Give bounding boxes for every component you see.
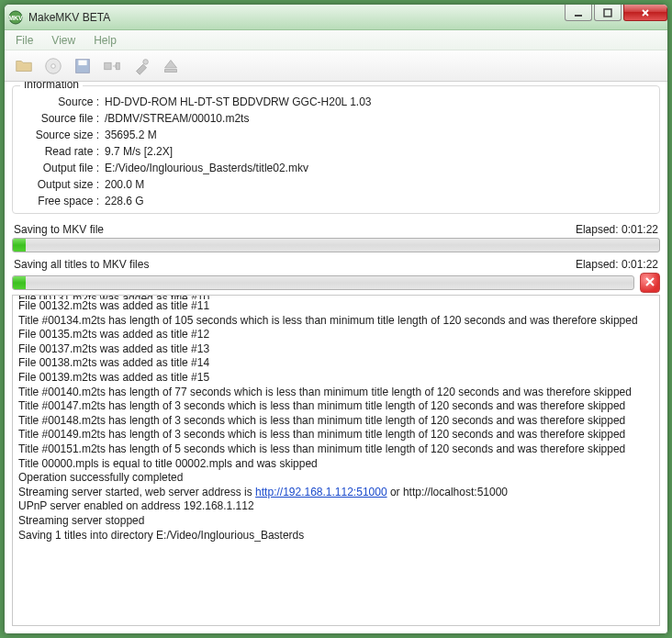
cancel-button[interactable] [640, 273, 660, 293]
source-file-label: Source file : [22, 112, 105, 125]
output-size-value: 200.0 M [105, 178, 650, 191]
log-text: Streaming server started, web server add… [18, 486, 255, 498]
log-line: File 00135.m2ts was added as title #12 [18, 328, 654, 342]
log-line: UPnP server enabled on address 192.168.1… [18, 499, 654, 514]
free-space-value: 228.6 G [105, 195, 650, 207]
cancel-icon [644, 274, 655, 291]
log-line: Operation successfully completed [18, 471, 654, 486]
save-button[interactable] [71, 54, 95, 78]
svg-rect-9 [117, 62, 120, 69]
log-line: Title #00151.m2ts has length of 5 second… [18, 442, 654, 457]
log-text: or http://localhost:51000 [387, 486, 508, 498]
eject-button[interactable] [159, 54, 183, 78]
svg-point-5 [51, 63, 56, 68]
svg-rect-3 [604, 9, 611, 17]
svg-rect-8 [105, 62, 111, 69]
menu-file[interactable]: File [6, 32, 42, 49]
log-line: Title #00134.m2ts has length of 105 seco… [18, 314, 654, 329]
server-link[interactable]: http://192.168.1.112:51000 [255, 486, 386, 498]
log-line: Title #00149.m2ts has length of 3 second… [18, 428, 654, 442]
information-group: Information Source : HD-DVD-ROM HL-DT-ST… [12, 85, 660, 214]
titlebar[interactable]: MKV MakeMKV BETA [5, 5, 667, 30]
source-label: Source : [22, 95, 105, 108]
content-area: Information Source : HD-DVD-ROM HL-DT-ST… [5, 82, 667, 633]
progress2-label: Saving all titles to MKV files [14, 258, 149, 271]
source-value: HD-DVD-ROM HL-DT-ST BDDVDRW GGC-H20L 1.0… [105, 95, 650, 108]
open-disc-button[interactable] [41, 54, 65, 78]
open-folder-button[interactable] [12, 54, 36, 78]
read-rate-value: 9.7 M/s [2.2X] [105, 145, 650, 158]
menubar: File View Help [5, 30, 667, 50]
progress1-fill [13, 239, 26, 252]
menu-help[interactable]: Help [84, 32, 126, 49]
progress2-bar [12, 275, 634, 290]
free-space-label: Free space : [22, 195, 105, 207]
output-file-label: Output file : [22, 162, 105, 174]
progress1-label: Saving to MKV file [14, 223, 104, 236]
log-line: File 00137.m2ts was added as title #13 [18, 342, 654, 357]
log-line: File 00132.m2ts was added as title #11 [18, 299, 654, 314]
log-line: Title 00000.mpls is equal to title 00002… [18, 457, 654, 472]
log-line: Title #00147.m2ts has length of 3 second… [18, 399, 654, 414]
progress-all-titles: Saving all titles to MKV files Elapsed: … [12, 256, 660, 293]
progress2-elapsed: Elapsed: 0:01:22 [576, 258, 658, 271]
log-line: File 00139.m2ts was added as title #15 [18, 371, 654, 386]
source-size-label: Source size : [22, 129, 105, 141]
log-line: Title #00148.m2ts has length of 3 second… [18, 414, 654, 429]
log-line: Title #00140.m2ts has length of 77 secon… [18, 386, 654, 400]
output-file-value: E:/Video/Inglourious_Basterds/title02.mk… [105, 162, 650, 174]
svg-text:MKV: MKV [8, 15, 23, 21]
progress2-fill [13, 276, 26, 289]
progress-current-title: Saving to MKV file Elapsed: 0:01:22 [12, 221, 660, 252]
menu-view[interactable]: View [42, 32, 84, 49]
log-output[interactable]: File 00131.m2ts was added as title #10 F… [12, 295, 660, 626]
log-line: File 00138.m2ts was added as title #14 [18, 356, 654, 371]
close-button[interactable] [623, 5, 667, 21]
output-size-label: Output size : [22, 178, 105, 191]
svg-rect-7 [78, 60, 86, 65]
progress1-bar [12, 238, 660, 252]
svg-rect-11 [165, 69, 177, 72]
app-window: MKV MakeMKV BETA File View Help [4, 4, 668, 634]
log-line: Streaming server stopped [18, 514, 654, 529]
svg-rect-2 [575, 15, 582, 17]
read-rate-label: Read rate : [22, 145, 105, 158]
svg-point-10 [143, 59, 149, 64]
minimize-button[interactable] [565, 5, 592, 21]
window-controls [565, 5, 667, 21]
settings-button[interactable] [129, 54, 153, 78]
source-size-value: 35695.2 M [105, 129, 650, 141]
log-line: Streaming server started, web server add… [18, 486, 654, 500]
source-file-value: /BDMV/STREAM/00010.m2ts [105, 112, 650, 125]
stream-button[interactable] [100, 54, 124, 78]
toolbar [5, 50, 667, 82]
progress1-elapsed: Elapsed: 0:01:22 [576, 223, 658, 236]
maximize-button[interactable] [594, 5, 622, 21]
log-line: Saving 1 titles into directory E:/Video/… [18, 529, 654, 543]
information-legend: Information [20, 82, 83, 91]
app-icon: MKV [8, 10, 23, 25]
